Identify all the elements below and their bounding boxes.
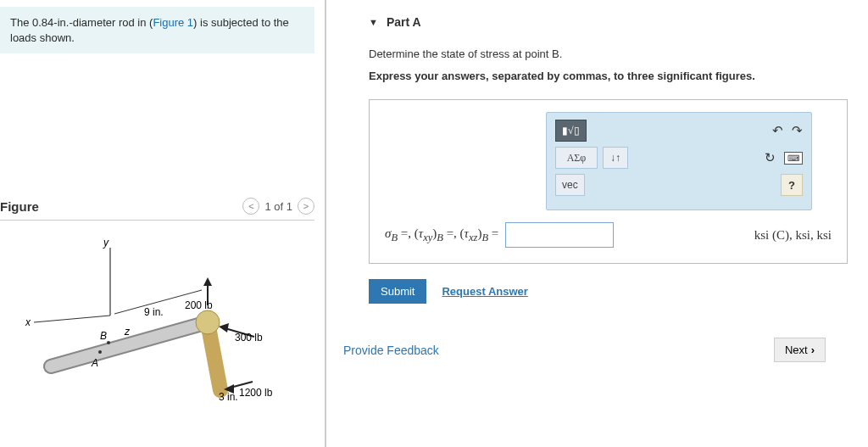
problem-statement: The 0.84-in.-diameter rod in (Figure 1) …: [0, 7, 314, 53]
point-B-label: B: [100, 330, 107, 342]
chevron-right-icon: ›: [811, 344, 815, 356]
figure-link[interactable]: Figure 1: [153, 16, 193, 29]
provide-feedback-link[interactable]: Provide Feedback: [343, 344, 439, 357]
figure-next-button[interactable]: >: [298, 198, 314, 215]
submit-button[interactable]: Submit: [369, 279, 426, 304]
footer-row: Provide Feedback Next ›: [343, 338, 826, 362]
next-button[interactable]: Next ›: [774, 338, 826, 362]
axis-x-label: x: [25, 316, 31, 328]
left-panel: The 0.84-in.-diameter rod in (Figure 1) …: [0, 0, 326, 447]
answer-box: ▮√▯ ↶ ↷ ΑΣφ ↓↑ ↻ ⌨ vec: [369, 99, 848, 264]
part-subinstruction: Express your answers, separated by comma…: [369, 68, 851, 85]
force-1200: 1200 lb: [239, 387, 273, 399]
svg-point-4: [107, 341, 110, 344]
force-200: 200 lb: [185, 299, 213, 311]
point-A-label: A: [91, 357, 98, 369]
force-300: 300 lb: [235, 332, 263, 344]
help-button[interactable]: ?: [781, 174, 803, 196]
formula-toolbar: ▮√▯ ↶ ↷ ΑΣφ ↓↑ ↻ ⌨ vec: [546, 112, 812, 210]
figure-heading: Figure: [0, 199, 39, 214]
answer-lhs: σB =, (τxy)B =, (τxz)B =: [385, 226, 498, 244]
keyboard-icon[interactable]: ⌨: [784, 152, 803, 165]
svg-marker-9: [219, 323, 229, 332]
part-title: Part A: [387, 15, 421, 29]
greek-button[interactable]: ΑΣφ: [555, 147, 598, 169]
figure-prev-button[interactable]: <: [242, 198, 259, 215]
problem-text-pre: The: [10, 16, 32, 29]
figure-svg: y x z A B 9 in.: [0, 231, 305, 434]
button-row: Submit Request Answer: [369, 279, 851, 304]
figure-canvas: y x z A B 9 in.: [0, 231, 314, 437]
svg-line-1: [34, 316, 110, 322]
redo-icon[interactable]: ↷: [792, 123, 803, 138]
part-collapse-icon[interactable]: ▼: [369, 17, 378, 27]
answer-line: σB =, (τxy)B =, (τxz)B = ksi (C), ksi, k…: [385, 222, 832, 248]
request-answer-link[interactable]: Request Answer: [442, 285, 527, 298]
figure-nav: < 1 of 1 >: [242, 198, 314, 215]
template-button[interactable]: ▮√▯: [555, 120, 587, 142]
answer-input[interactable]: [505, 222, 614, 248]
figure-counter: 1 of 1: [264, 200, 292, 213]
part-header: ▼ Part A: [369, 15, 851, 29]
subscript-button[interactable]: ↓↑: [603, 147, 628, 169]
figure-section: Figure < 1 of 1 > y x z: [0, 198, 314, 437]
axis-y-label: y: [103, 237, 109, 249]
svg-marker-7: [203, 277, 212, 286]
vector-button[interactable]: vec: [555, 174, 585, 196]
figure-header: Figure < 1 of 1 >: [0, 198, 314, 221]
answer-units: ksi (C), ksi, ksi: [754, 228, 832, 243]
dim-9in: 9 in.: [144, 306, 164, 318]
axis-z-label: z: [124, 326, 131, 338]
undo-icon[interactable]: ↶: [772, 123, 783, 138]
next-button-label: Next: [785, 344, 808, 356]
part-instruction: Determine the state of stress at point B…: [369, 46, 851, 63]
svg-point-3: [98, 350, 102, 354]
right-panel: ▼ Part A Determine the state of stress a…: [326, 0, 868, 447]
dim-3in: 3 in.: [219, 391, 238, 403]
reset-icon[interactable]: ↻: [765, 150, 776, 165]
problem-text-mid: -diameter rod in (: [69, 16, 153, 29]
problem-diameter: 0.84-in.: [32, 16, 69, 29]
svg-point-2: [196, 310, 220, 334]
